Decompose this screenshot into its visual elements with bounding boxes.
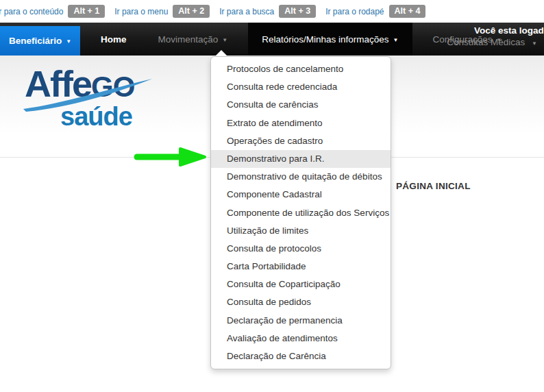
accessibility-links: Ir para o conteúdo Alt + 1 Ir para o men… (0, 5, 435, 18)
accessibility-link-label: Ir para o rodapé (325, 7, 384, 16)
dropdown-menu-item-label: Demonstrativo para I.R. (227, 154, 325, 164)
dropdown-menu-item[interactable]: Componente de utilização dos Serviços (211, 204, 391, 222)
dropdown-menu-item[interactable]: Operações de cadastro (211, 132, 391, 150)
shortcut-badge: Alt + 1 (68, 5, 105, 18)
dropdown-menu-item[interactable]: Demonstrativo de quitação de débitos (211, 168, 391, 186)
page-title: PÁGINA INICIAL (396, 181, 471, 191)
dropdown-menu-item[interactable]: Utilização de limites (211, 222, 391, 240)
dropdown-menu-item-label: Carta Portabilidade (227, 261, 306, 271)
accessibility-link[interactable]: Ir para o rodapé Alt + 4 (325, 5, 425, 18)
navbar-item[interactable]: Beneficiário ▼ (0, 26, 80, 56)
dropdown-menu-item[interactable]: Consulta de Coparticipação (211, 275, 391, 293)
dropdown-menu-item-label: Componente de utilização dos Serviços (227, 208, 389, 218)
accessibility-link-label: Ir para o menu (114, 7, 168, 16)
dropdown-menu-item[interactable]: Consulta de protocolos (211, 240, 391, 258)
navbar-item[interactable]: Home (90, 23, 138, 56)
dropdown-menu-item[interactable]: Componente Cadastral (211, 186, 391, 204)
dropdown-menu-item-label: Consulta rede credenciada (227, 82, 337, 92)
dropdown-menu-item-label: Componente Cadastral (227, 189, 322, 199)
dropdown-menu-item[interactable]: Avaliação de atendimentos (211, 330, 391, 347)
dropdown-menu-item-label: Consulta de protocolos (227, 243, 321, 254)
navbar-item[interactable]: Relatórios/Minhas informações ▼ (248, 23, 412, 56)
dropdown-menu-item[interactable]: Demonstrativo para I.R. (211, 150, 391, 168)
dropdown-menu-item-label: Avaliação de atendimentos (227, 333, 338, 343)
navbar-item-label: Consultas Médicas (447, 37, 525, 47)
caret-down-icon: ▼ (393, 37, 399, 43)
dropdown-menu-item[interactable]: Carta Portabilidade (211, 258, 391, 275)
dropdown-menu-item-label: Utilização de limites (227, 225, 308, 236)
shortcut-badge: Alt + 3 (279, 5, 316, 18)
navbar-item-label: Home (101, 34, 127, 45)
dropdown-menu-item-label: Consulta de pedidos (227, 297, 311, 307)
dropdown-menu-item[interactable]: Extrato de atendimento (211, 114, 391, 132)
dropdown-menu-item-label: Declaração de Carência (227, 351, 326, 361)
navbar-item-label: Movimentação (158, 34, 219, 45)
dropdown-menu-item[interactable]: Consulta rede credenciada (211, 78, 391, 96)
navbar-item-consultas-medicas[interactable]: Consultas Médicas ▼ (447, 37, 537, 47)
accessibility-link[interactable]: Ir para o conteúdo Alt + 1 (0, 5, 105, 18)
dropdown-menu-item-label: Consulta de carências (227, 99, 319, 110)
dropdown-menu-item-label: Demonstrativo de quitação de débitos (227, 171, 382, 182)
dropdown-menu-item-label: Declaração de permanencia (227, 315, 343, 326)
main-navbar: Beneficiário ▼ Home Movimentação ▼ Relat… (0, 23, 544, 56)
relatorios-dropdown-menu: Protocolos de cancelamento Consulta rede… (210, 56, 391, 369)
dropdown-menu-item[interactable]: Protocolos de cancelamento (211, 60, 391, 78)
caret-down-icon: ▼ (532, 40, 537, 47)
dropdown-menu-item-label: Operações de cadastro (227, 136, 323, 146)
caret-down-icon: ▼ (222, 37, 227, 43)
accessibility-link[interactable]: Ir para o menu Alt + 2 (114, 5, 210, 18)
dropdown-menu-item-label: Extrato de atendimento (227, 118, 323, 128)
logged-in-status: Você esta logado (447, 25, 544, 36)
shortcut-badge: Alt + 4 (389, 5, 426, 18)
accessibility-link[interactable]: Ir para a busca Alt + 3 (219, 5, 316, 18)
dropdown-menu-item[interactable]: Consulta de carências (211, 96, 391, 114)
accessibility-link-label: Ir para o conteúdo (0, 7, 63, 16)
logo-text-affego: AffeGO (25, 65, 182, 102)
logo-text-saude: saúde (60, 103, 182, 130)
dropdown-menu-item-label: Consulta de Coparticipação (227, 279, 341, 289)
affego-saude-logo[interactable]: AffeGO saúde (25, 65, 182, 175)
dropdown-menu-item[interactable]: Declaração de Carência (211, 347, 391, 365)
caret-down-icon: ▼ (66, 38, 71, 45)
shortcut-badge: Alt + 2 (173, 5, 210, 18)
navbar-item-label: Beneficiário (9, 36, 62, 46)
dropdown-menu-item-label: Protocolos de cancelamento (227, 64, 343, 74)
accessibility-link-label: Ir para a busca (219, 7, 274, 16)
dropdown-menu-item[interactable]: Declaração de permanencia (211, 312, 391, 330)
navbar-item-label: Relatórios/Minhas informações (262, 34, 388, 45)
navbar-right: Você esta logado Consultas Médicas ▼ (447, 23, 544, 56)
dropdown-menu-item[interactable]: Consulta de pedidos (211, 293, 391, 311)
dropdown-caret-up-icon (215, 50, 227, 56)
accessibility-bar: Ir para o conteúdo Alt + 1 Ir para o men… (0, 0, 544, 23)
